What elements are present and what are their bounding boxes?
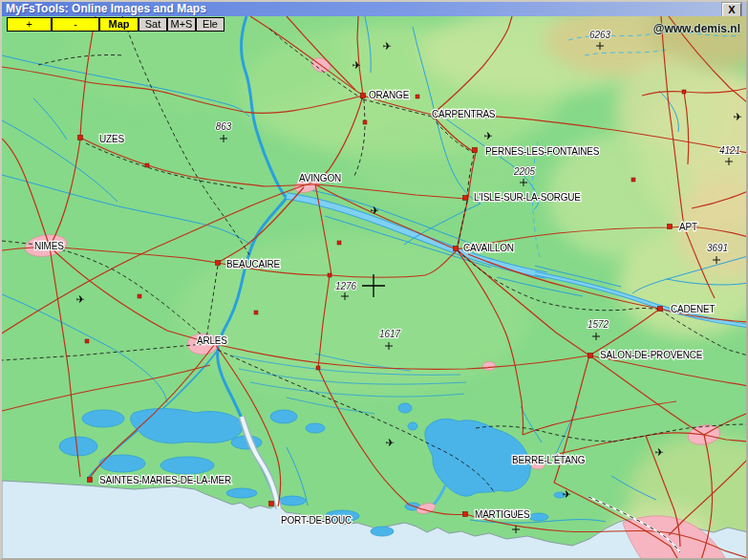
city-marker[interactable] bbox=[658, 307, 663, 312]
city-label: AVINGON bbox=[299, 173, 341, 183]
city-label: ORANGE bbox=[369, 90, 410, 100]
city-label: ARLES bbox=[197, 335, 227, 346]
city-marker[interactable] bbox=[463, 512, 468, 517]
zoom-in-button[interactable]: + bbox=[7, 17, 52, 32]
city-label: BERRE-L'ÉTANG bbox=[512, 454, 586, 465]
city-marker[interactable] bbox=[588, 354, 593, 358]
town-marker[interactable] bbox=[145, 163, 149, 167]
city-label: PORT-DE-BOUC bbox=[281, 515, 352, 526]
airport-icon: ✈ bbox=[385, 437, 394, 448]
airport-icon: ✈ bbox=[483, 130, 492, 141]
city-marker[interactable] bbox=[463, 196, 468, 201]
town-marker[interactable] bbox=[254, 311, 258, 314]
close-icon: X bbox=[728, 4, 735, 15]
airport-icon: ✈ bbox=[382, 40, 391, 52]
window-title: MyFsTools: Online Images and Maps bbox=[6, 2, 206, 15]
town-marker[interactable] bbox=[316, 366, 320, 370]
elevation-label: 1572 bbox=[588, 319, 609, 330]
city-label: L'ISLE-SUR-LA-SORGUE bbox=[474, 192, 581, 203]
city-label: CARPENTRAS bbox=[432, 109, 496, 119]
town-marker[interactable] bbox=[85, 339, 89, 343]
town-marker[interactable] bbox=[631, 178, 635, 182]
city-label: PERNES-LES-FONTAINES bbox=[485, 146, 600, 157]
elevation-label: 1276 bbox=[335, 281, 357, 291]
app-window: MyFsTools: Online Images and Maps X bbox=[0, 0, 748, 560]
city-marker[interactable] bbox=[216, 261, 221, 266]
city-label: NIMES bbox=[34, 241, 64, 251]
etang-de-vaccares bbox=[131, 408, 243, 442]
town-marker[interactable] bbox=[416, 95, 419, 98]
airport-icon: ✈ bbox=[352, 59, 360, 71]
city-label: BEAUCAIRE bbox=[226, 259, 281, 269]
city-label: SAINTES-MARIES-DE-LA-MER bbox=[99, 475, 231, 485]
town-marker[interactable] bbox=[337, 241, 341, 245]
town-marker[interactable] bbox=[138, 294, 141, 298]
zoom-out-button[interactable]: - bbox=[52, 17, 99, 32]
elevation-mode-button[interactable]: Ele bbox=[196, 17, 224, 32]
map-watermark: @www.demis.nl bbox=[653, 22, 740, 35]
city-marker[interactable] bbox=[473, 148, 478, 153]
sat-mode-button[interactable]: Sat bbox=[139, 17, 167, 32]
city-label: MARTIGUES bbox=[475, 509, 530, 520]
city-label: SALON-DE-PROVENCE bbox=[600, 350, 703, 360]
elevation-label: 863 bbox=[216, 121, 232, 132]
elevation-label: 3691 bbox=[707, 243, 728, 253]
airport-icon: ✈ bbox=[654, 446, 663, 458]
airport-icon: ✈ bbox=[75, 293, 84, 305]
town-marker[interactable] bbox=[328, 273, 331, 277]
map-canvas[interactable]: ✈✈✈✈✈✈✈✈✈ 626386341212205369112761617157… bbox=[2, 16, 746, 558]
city-marker[interactable] bbox=[668, 225, 673, 229]
city-label: CADENET bbox=[671, 304, 715, 314]
elevation-label: 1617 bbox=[379, 329, 401, 339]
city-label: APT bbox=[679, 222, 697, 232]
city-marker[interactable] bbox=[78, 136, 83, 140]
city-label: UZES bbox=[99, 134, 124, 144]
elevation-label: 6263 bbox=[589, 30, 611, 40]
city-marker[interactable] bbox=[454, 247, 459, 251]
town-marker[interactable] bbox=[363, 120, 367, 124]
close-button[interactable]: X bbox=[722, 3, 741, 17]
map-viewport[interactable]: ✈✈✈✈✈✈✈✈✈ 626386341212205369112761617157… bbox=[2, 16, 746, 558]
city-label: CAVAILLON bbox=[463, 243, 514, 253]
elevation-label: 4121 bbox=[719, 145, 740, 156]
elevation-label: 2205 bbox=[513, 166, 536, 177]
city-marker[interactable] bbox=[88, 478, 93, 483]
map-mode-button[interactable]: Map bbox=[99, 17, 139, 32]
city-marker[interactable] bbox=[361, 94, 366, 98]
title-bar[interactable]: MyFsTools: Online Images and Maps bbox=[2, 2, 746, 16]
airport-icon: ✈ bbox=[370, 205, 378, 216]
airport-icon: ✈ bbox=[562, 488, 570, 500]
map-sat-mode-button[interactable]: M+S bbox=[167, 17, 196, 32]
airport-icon: ✈ bbox=[733, 111, 741, 122]
city-marker[interactable] bbox=[269, 502, 274, 506]
town-marker[interactable] bbox=[682, 90, 686, 94]
